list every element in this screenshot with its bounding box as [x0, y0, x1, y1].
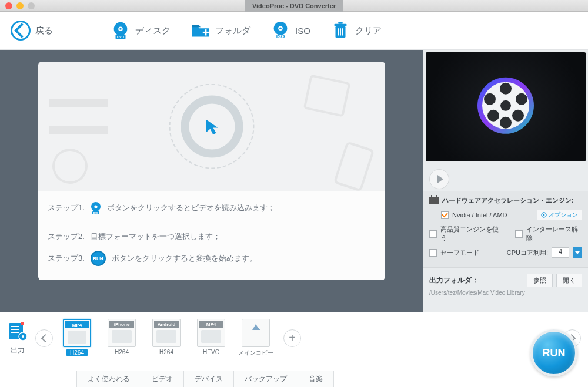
music-deco-icon	[48, 144, 92, 189]
svg-point-38	[21, 322, 24, 325]
back-label: 戻る	[35, 25, 53, 36]
close-window-button[interactable]	[5, 2, 12, 9]
back-arrow-icon	[11, 21, 31, 41]
cpu-cores-dropdown[interactable]	[573, 247, 582, 258]
accel-panel: ハードウェアアクセラレーション・エンジン: Nvidia / Intel / A…	[423, 191, 588, 267]
svg-text:ISO: ISO	[276, 33, 285, 39]
traffic-lights	[5, 2, 35, 9]
film-strip-deco-icon	[49, 99, 108, 134]
format-carousel: MP4H264iPhoneH264AndroidH264MP4HEVCメインコピ…	[35, 319, 581, 357]
format-option-2[interactable]: AndroidH264	[148, 319, 185, 357]
run-button[interactable]: RUN	[530, 329, 577, 376]
folder-plus-icon	[191, 21, 211, 41]
safemode-checkbox[interactable]	[429, 249, 437, 257]
svg-point-18	[94, 205, 97, 208]
chip-icon	[429, 197, 439, 204]
gear-icon	[541, 212, 547, 218]
hq-engine-checkbox[interactable]	[429, 230, 437, 238]
tab-1[interactable]: ビデオ	[141, 371, 184, 387]
play-button[interactable]	[429, 169, 449, 189]
clear-button[interactable]: クリア	[330, 21, 382, 41]
svg-rect-14	[338, 28, 339, 35]
svg-rect-12	[334, 24, 346, 26]
hq-engine-label: 高品質エンジンを使う	[440, 225, 503, 243]
cpu-cores-value[interactable]: 4	[552, 247, 569, 258]
svg-point-27	[516, 93, 527, 105]
open-folder-button[interactable]: 開く	[556, 274, 582, 287]
format-tabs: よく使われるビデオデバイスバックアップ音楽	[76, 371, 334, 387]
phone-deco-icon	[333, 141, 375, 191]
format-option-4[interactable]: メインコピー	[238, 319, 274, 357]
deinterlace-label: インターレース解除	[526, 225, 582, 243]
toolbar: 戻る DVD ディスク フォルダ ISO ISO クリア	[0, 12, 588, 50]
step-2-row: ステップ2. 目標フォーマットを一つ選択します；	[48, 231, 376, 242]
back-button[interactable]: 戻る	[11, 21, 53, 41]
trash-icon	[330, 21, 350, 41]
main-stage: ステップ1. DVD ボタンをクリックするとビデオを読み込みます； ステップ2.…	[0, 50, 423, 312]
step2-text: 目標フォーマットを一つ選択します；	[91, 231, 220, 242]
gpu-label: Nvidia / Intel / AMD	[452, 211, 507, 218]
step1-prefix: ステップ1.	[48, 203, 85, 213]
format-option-0[interactable]: MP4H264	[59, 319, 95, 357]
step2-prefix: ステップ2.	[48, 231, 85, 242]
svg-text:DVD: DVD	[117, 35, 124, 39]
accel-title-text: ハードウェアアクセラレーション・エンジン:	[442, 196, 574, 205]
tab-2[interactable]: デバイス	[184, 371, 234, 387]
tab-4[interactable]: 音楽	[298, 371, 334, 387]
svg-rect-34	[11, 329, 19, 330]
deinterlace-checkbox[interactable]	[515, 230, 523, 238]
gpu-checkbox[interactable]	[441, 211, 449, 219]
app-logo-icon	[473, 73, 538, 138]
tab-0[interactable]: よく使われる	[76, 371, 141, 387]
svg-point-29	[512, 110, 524, 122]
format-option-3[interactable]: MP4HEVC	[193, 319, 229, 357]
add-format-button[interactable]: +	[283, 329, 301, 347]
iso-button[interactable]: ISO ISO	[270, 21, 310, 41]
output-settings-button[interactable]: 出力	[7, 321, 28, 355]
side-panel: ハードウェアアクセラレーション・エンジン: Nvidia / Intel / A…	[423, 50, 588, 312]
maximize-window-button[interactable]	[28, 2, 35, 9]
step1-text: ボタンをクリックするとビデオを読み込みます；	[107, 203, 275, 213]
footer: 出力 MP4H264iPhoneH264AndroidH264MP4HEVCメイ…	[0, 312, 588, 387]
workspace: ステップ1. DVD ボタンをクリックするとビデオを読み込みます； ステップ2.…	[0, 50, 588, 312]
accel-option-button[interactable]: オプション	[537, 210, 582, 220]
cursor-arrow-icon	[200, 115, 223, 138]
minimize-window-button[interactable]	[16, 2, 24, 9]
iso-icon: ISO	[270, 21, 290, 41]
format-option-1[interactable]: iPhoneH264	[103, 319, 140, 357]
upload-ring	[181, 95, 243, 157]
engine-row: 高品質エンジンを使う インターレース解除	[429, 225, 582, 243]
iso-label: ISO	[295, 26, 310, 36]
tab-3[interactable]: バックアップ	[234, 371, 298, 387]
browse-button[interactable]: 参照	[527, 274, 553, 287]
svg-rect-15	[340, 28, 341, 35]
svg-text:DVD: DVD	[93, 211, 99, 214]
svg-point-31	[543, 214, 545, 216]
step3-text: ボタンをクリックすると変換を始めます。	[112, 253, 257, 264]
upload-circle	[169, 84, 255, 169]
step-2-3-block: ステップ2. 目標フォーマットを一つ選択します； ステップ3. RUN ボタンを…	[38, 224, 385, 280]
disc-label: ディスク	[135, 25, 171, 36]
svg-point-25	[500, 117, 512, 129]
svg-rect-16	[342, 28, 343, 35]
svg-rect-35	[11, 332, 19, 333]
drop-zone[interactable]	[38, 62, 385, 191]
folder-button[interactable]: フォルダ	[191, 21, 250, 41]
disc-button[interactable]: DVD ディスク	[111, 21, 171, 41]
step3-prefix: ステップ3.	[48, 253, 85, 264]
safe-cpu-row: セーフモード CPUコア利用: 4	[429, 247, 582, 258]
svg-point-26	[484, 93, 496, 105]
avi-deco-icon	[303, 74, 351, 117]
output-settings-label: 出力	[11, 345, 25, 355]
step-1-row: ステップ1. DVD ボタンをクリックするとビデオを読み込みます；	[38, 191, 385, 224]
step-3-row: ステップ3. RUN ボタンをクリックすると変換を始めます。	[48, 251, 376, 266]
output-folder-row: 出力フォルダ： 参照 開く	[423, 267, 588, 290]
carousel-prev-button[interactable]	[35, 329, 53, 347]
output-folder-label: 出力フォルダ：	[429, 275, 479, 285]
svg-point-28	[487, 110, 499, 122]
run-badge-icon: RUN	[91, 251, 106, 266]
svg-point-23	[500, 100, 511, 111]
accel-option-label: オプション	[549, 211, 578, 219]
titlebar: VideoProc - DVD Converter	[0, 0, 588, 12]
mini-disc-icon: DVD	[89, 201, 102, 214]
